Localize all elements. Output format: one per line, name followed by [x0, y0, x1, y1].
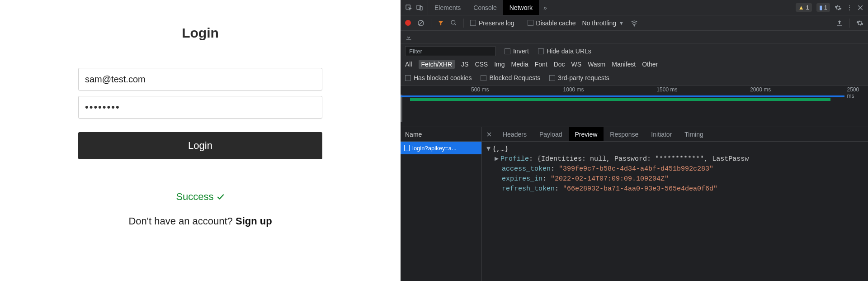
checkbox-icon	[549, 75, 555, 81]
warning-count: 1	[806, 4, 809, 11]
network-toolbar: Preserve log Disable cache No throttling…	[401, 15, 868, 31]
login-title: Login	[78, 25, 322, 41]
filter-type-fetch-xhr[interactable]: Fetch/XHR	[419, 60, 455, 69]
filter-type-js[interactable]: JS	[461, 61, 468, 68]
detail-tab-headers[interactable]: Headers	[496, 127, 533, 141]
checkbox-icon	[481, 75, 486, 81]
inspect-icon[interactable]	[405, 4, 412, 11]
signup-prompt: Don't have an account?	[128, 215, 236, 227]
network-conditions-icon[interactable]	[630, 19, 638, 27]
timeline-tick: 1500 ms	[656, 86, 677, 93]
search-icon[interactable]	[450, 19, 457, 26]
login-page: Login sam@test.com •••••••• Login Succes…	[0, 0, 401, 281]
settings-icon[interactable]	[835, 4, 842, 11]
filter-type-ws[interactable]: WS	[571, 61, 582, 68]
preview-root: {,…}	[492, 145, 509, 153]
close-devtools-icon[interactable]	[857, 5, 863, 11]
throttling-label: No throttling	[582, 19, 616, 27]
hide-data-urls-label: Hide data URLs	[547, 48, 591, 55]
password-field[interactable]: ••••••••	[78, 96, 322, 119]
request-row[interactable]: login?apikey=a...	[401, 142, 481, 154]
detail-tab-payload[interactable]: Payload	[533, 127, 569, 141]
preview-value: "399fe9c7-b58c-4d34-a4bf-d451b992c283"	[559, 165, 713, 173]
import-har-icon[interactable]	[836, 19, 843, 27]
detail-tab-bar: Headers Payload Preview Response Initiat…	[482, 127, 868, 142]
timeline-bar	[410, 98, 831, 101]
close-detail-icon[interactable]	[482, 127, 496, 141]
signup-line: Don't have an account? Sign up	[78, 215, 322, 227]
svg-line-8	[454, 24, 456, 25]
tab-network[interactable]: Network	[503, 0, 539, 15]
issue-count: 1	[824, 4, 827, 11]
filter-type-img[interactable]: Img	[494, 61, 505, 68]
clear-icon[interactable]	[417, 19, 425, 27]
hide-data-urls-checkbox[interactable]: Hide data URLs	[538, 48, 591, 55]
throttling-select[interactable]: No throttling ▼	[582, 19, 624, 27]
third-party-checkbox[interactable]: 3rd-party requests	[549, 74, 609, 81]
svg-line-6	[419, 21, 423, 25]
detail-tab-preview[interactable]: Preview	[569, 127, 604, 141]
third-party-label: 3rd-party requests	[558, 74, 609, 81]
export-har-icon[interactable]	[405, 33, 412, 41]
network-settings-icon[interactable]	[856, 19, 863, 27]
preview-value: {Identities: null, Password: "**********…	[537, 155, 749, 163]
detail-tab-response[interactable]: Response	[604, 127, 645, 141]
success-text: Success	[176, 191, 213, 203]
invert-label: Invert	[513, 48, 529, 55]
device-toggle-icon[interactable]	[416, 4, 423, 11]
timeline-bar	[401, 95, 844, 97]
record-icon[interactable]	[405, 20, 411, 26]
kebab-menu-icon[interactable]: ⋮	[846, 4, 853, 11]
issue-icon: ▮	[819, 4, 822, 11]
devtools-panel: Elements Console Network » ▲ 1 ▮ 1 ⋮	[401, 0, 868, 281]
filter-bar: Filter Invert Hide data URLs All Fetch/X…	[401, 43, 868, 86]
filter-type-all[interactable]: All	[405, 61, 412, 68]
has-blocked-cookies-checkbox[interactable]: Has blocked cookies	[405, 74, 472, 81]
request-detail: Headers Payload Preview Response Initiat…	[482, 127, 868, 281]
svg-point-7	[451, 20, 455, 24]
password-value: ••••••••	[85, 101, 120, 113]
preview-key: access_token	[502, 165, 551, 173]
blocked-requests-checkbox[interactable]: Blocked Requests	[481, 74, 540, 81]
invert-checkbox[interactable]: Invert	[505, 48, 529, 55]
filter-type-doc[interactable]: Doc	[554, 61, 565, 68]
request-list-header[interactable]: Name	[401, 127, 481, 142]
signup-link[interactable]: Sign up	[236, 215, 272, 227]
filter-type-css[interactable]: CSS	[475, 61, 488, 68]
timeline-tick: 500 ms	[471, 86, 489, 93]
filter-input[interactable]: Filter	[405, 46, 495, 56]
more-tabs-icon[interactable]: »	[539, 0, 552, 15]
has-blocked-cookies-label: Has blocked cookies	[414, 74, 472, 81]
checkbox-icon	[470, 20, 476, 26]
disable-cache-checkbox[interactable]: Disable cache	[528, 19, 576, 27]
detail-tab-initiator[interactable]: Initiator	[645, 127, 678, 141]
preview-key: Profile	[500, 155, 529, 163]
email-value: sam@test.com	[85, 74, 146, 85]
download-row	[401, 31, 868, 43]
tab-elements[interactable]: Elements	[428, 0, 467, 15]
filter-type-wasm[interactable]: Wasm	[588, 61, 605, 68]
response-preview[interactable]: ▼{,…} ▶Profile: {Identities: null, Passw…	[482, 142, 868, 281]
filter-placeholder: Filter	[409, 48, 422, 55]
document-icon	[404, 145, 410, 151]
network-timeline[interactable]: 500 ms 1000 ms 1500 ms 2000 ms 2500 ms	[401, 86, 868, 127]
filter-type-other[interactable]: Other	[642, 61, 658, 68]
devtools-tab-bar: Elements Console Network » ▲ 1 ▮ 1 ⋮	[401, 0, 868, 15]
request-list: Name login?apikey=a...	[401, 127, 482, 281]
email-field[interactable]: sam@test.com	[78, 68, 322, 90]
timeline-tick: 1000 ms	[563, 86, 584, 93]
login-form: Login sam@test.com •••••••• Login Succes…	[78, 0, 322, 227]
preserve-log-checkbox[interactable]: Preserve log	[470, 19, 514, 27]
preview-key: refresh_token	[502, 185, 555, 193]
filter-type-manifest[interactable]: Manifest	[612, 61, 636, 68]
timeline-tick: 2000 ms	[750, 86, 771, 93]
detail-tab-timing[interactable]: Timing	[678, 127, 710, 141]
filter-icon[interactable]	[438, 20, 444, 26]
checkbox-icon	[405, 75, 411, 81]
filter-type-media[interactable]: Media	[511, 61, 528, 68]
issues-badge[interactable]: ▮ 1	[816, 3, 830, 12]
filter-type-font[interactable]: Font	[535, 61, 547, 68]
warnings-badge[interactable]: ▲ 1	[796, 3, 812, 12]
tab-console[interactable]: Console	[467, 0, 503, 15]
login-button[interactable]: Login	[78, 132, 322, 159]
